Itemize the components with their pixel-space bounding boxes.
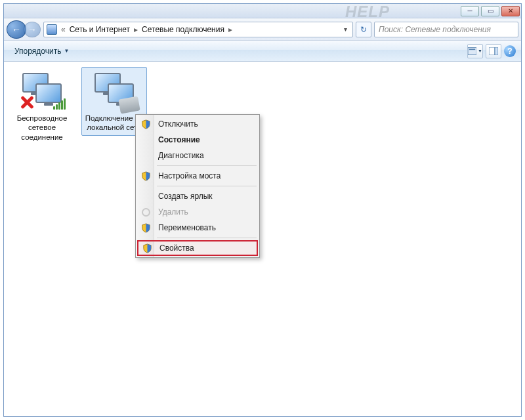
svg-rect-1	[469, 49, 475, 50]
nav-bar: ← → « Сеть и Интернет ▸ Сетевые подключе…	[4, 18, 521, 41]
maximize-button[interactable]: ▭	[481, 6, 499, 16]
view-mode-button[interactable]: ▼	[467, 44, 483, 58]
organize-button[interactable]: Упорядочить ▼	[9, 44, 74, 58]
ctx-status[interactable]: Состояние	[137, 132, 258, 148]
search-placeholder: Поиск: Сетевые подключения	[379, 25, 491, 34]
wireless-connection-icon	[18, 70, 66, 111]
svg-rect-3	[495, 47, 498, 55]
chevron-down-icon: ▼	[64, 48, 69, 54]
ctx-label: Диагностика	[158, 151, 204, 160]
connection-wireless[interactable]: Беспроводное сетевое соединение	[9, 67, 75, 145]
breadcrumb-connections[interactable]: Сетевые подключения	[142, 25, 224, 34]
title-bar: HELP ─ ▭ ✕	[4, 4, 521, 18]
ctx-label: Удалить	[158, 207, 188, 217]
ctx-label: Состояние	[158, 135, 200, 144]
menu-separator	[157, 238, 257, 238]
ctx-bridge[interactable]: Настройка моста	[137, 168, 258, 184]
location-icon	[47, 24, 57, 35]
ctx-create-shortcut[interactable]: Создать ярлык	[137, 188, 258, 204]
shield-icon	[141, 223, 151, 233]
forward-button[interactable]: →	[24, 22, 41, 37]
menu-separator	[157, 165, 257, 166]
context-menu: Отключить Состояние Диагностика Настройк…	[135, 114, 260, 258]
breadcrumb-chevron-icon: «	[61, 25, 66, 34]
ctx-label: Переименовать	[158, 223, 216, 232]
svg-rect-0	[468, 47, 476, 54]
watermark-text: HELP	[345, 3, 390, 21]
chevron-down-icon: ▼	[478, 49, 482, 53]
explorer-window: HELP ─ ▭ ✕ ← → « Сеть и Интернет ▸ Сетев…	[3, 3, 522, 417]
content-area: Беспроводное сетевое соединение Подключе…	[4, 62, 521, 416]
ethernet-plug-icon	[118, 96, 140, 114]
disabled-x-icon	[18, 94, 35, 111]
shield-icon	[141, 119, 151, 129]
address-dropdown-icon[interactable]: ▾	[341, 26, 350, 33]
ctx-diagnose[interactable]: Диагностика	[137, 148, 258, 163]
lan-connection-icon	[91, 70, 138, 111]
breadcrumb-chevron-icon: ▸	[134, 25, 138, 34]
breadcrumb-network[interactable]: Сеть и Интернет	[70, 25, 130, 34]
refresh-button[interactable]: ↻	[356, 22, 371, 37]
ctx-rename[interactable]: Переименовать	[137, 220, 258, 236]
ctx-label: Отключить	[158, 119, 198, 129]
svg-rect-2	[489, 47, 495, 55]
signal-bars-icon	[53, 98, 66, 110]
shield-icon	[142, 243, 152, 253]
preview-pane-button[interactable]	[486, 44, 501, 58]
breadcrumb-chevron-icon: ▸	[228, 25, 232, 34]
ctx-label: Свойства	[159, 243, 194, 253]
delete-icon	[142, 208, 150, 217]
menu-separator	[157, 186, 257, 186]
organize-label: Упорядочить	[14, 47, 61, 56]
ctx-properties[interactable]: Свойства	[137, 240, 258, 256]
search-input[interactable]: Поиск: Сетевые подключения	[374, 22, 518, 37]
address-bar[interactable]: « Сеть и Интернет ▸ Сетевые подключения …	[43, 22, 353, 37]
connection-label: Беспроводное сетевое соединение	[12, 114, 72, 142]
ctx-delete: Удалить	[137, 204, 258, 220]
help-button[interactable]: ?	[504, 45, 516, 57]
ctx-disable[interactable]: Отключить	[137, 116, 258, 132]
shield-icon	[141, 171, 151, 181]
ctx-label: Создать ярлык	[158, 192, 213, 201]
close-button[interactable]: ✕	[501, 6, 520, 16]
minimize-button[interactable]: ─	[461, 6, 479, 16]
ctx-label: Настройка моста	[158, 171, 220, 180]
command-bar: Упорядочить ▼ ▼ ?	[4, 41, 521, 62]
